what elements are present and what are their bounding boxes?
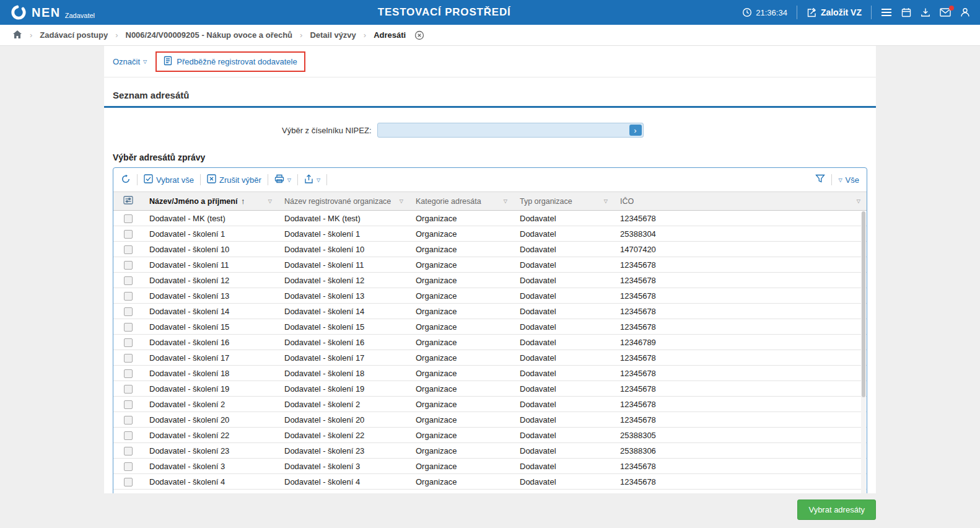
cell-name: Dodavatel - školení 12 xyxy=(143,273,278,288)
cell-type: Dodavatel xyxy=(514,443,614,459)
breadcrumb-item-procurement[interactable]: N006/24/V00009205 - Nákup ovoce a ořechů xyxy=(126,30,293,40)
cell-organization: Dodavatel - školení 12 xyxy=(278,273,409,288)
header-settings-cell xyxy=(113,192,143,211)
cell-category: Organizace xyxy=(409,335,514,350)
action-bar: Označit ▽ Předběžně registrovat dodavate… xyxy=(104,46,876,77)
row-checkbox[interactable] xyxy=(124,338,133,347)
column-settings-icon[interactable] xyxy=(123,198,133,206)
cell-category: Organizace xyxy=(409,428,514,443)
column-filter-icon[interactable]: ▽ xyxy=(857,198,860,204)
table-row: Dodavatel - školení 23 Dodavatel - škole… xyxy=(113,443,867,459)
row-checkbox[interactable] xyxy=(124,385,133,394)
cell-type: Dodavatel xyxy=(514,211,614,226)
nipez-input[interactable] xyxy=(378,123,643,137)
messages-button[interactable] xyxy=(940,8,951,17)
row-checkbox[interactable] xyxy=(124,214,133,223)
calendar-button[interactable] xyxy=(901,7,911,17)
cell-type: Dodavatel xyxy=(514,335,614,350)
cell-ico: 14707420 xyxy=(614,242,867,257)
environment-title: TESTOVACÍ PROSTŘEDÍ xyxy=(146,6,742,19)
row-checkbox[interactable] xyxy=(124,447,133,455)
row-checkbox[interactable] xyxy=(124,323,133,332)
print-button[interactable]: ▽ xyxy=(274,174,291,185)
app-logo[interactable]: NEN Zadavatel xyxy=(10,4,146,21)
select-all-button[interactable]: Vybrat vše xyxy=(144,174,194,185)
download-button[interactable] xyxy=(921,7,930,17)
chevron-down-icon: ▽ xyxy=(317,177,320,183)
menu-button[interactable] xyxy=(881,8,892,17)
home-icon[interactable] xyxy=(12,30,22,41)
row-checkbox[interactable] xyxy=(124,462,133,471)
chevron-down-icon: ▽ xyxy=(287,177,291,183)
cell-type: Dodavatel xyxy=(514,412,614,428)
cell-name: Dodavatel - školení 19 xyxy=(143,381,278,397)
section-header: Seznam adresátů xyxy=(104,77,876,108)
cell-category: Organizace xyxy=(409,273,514,288)
select-recipients-button[interactable]: Vybrat adresáty xyxy=(797,499,876,520)
mark-dropdown[interactable]: Označit ▽ xyxy=(113,57,147,66)
refresh-button[interactable] xyxy=(121,174,131,186)
column-filter-icon[interactable]: ▽ xyxy=(400,198,403,204)
topbar-controls: 21:36:34 Založit VZ xyxy=(742,6,970,19)
breadcrumb-item-detail-vyzvy[interactable]: Detail výzvy xyxy=(310,30,356,40)
cell-name: Dodavatel - školení 11 xyxy=(143,257,278,273)
table-scrollbar[interactable] xyxy=(861,211,866,493)
row-checkbox[interactable] xyxy=(124,400,133,409)
cell-type: Dodavatel xyxy=(514,257,614,273)
column-filter-icon[interactable]: ▽ xyxy=(504,198,507,204)
table-header-row: Název/Jméno a příjmení ↑ ▽ Název registr… xyxy=(113,192,867,211)
column-filter-icon[interactable]: ▽ xyxy=(268,198,272,204)
toolbar-divider xyxy=(268,174,268,185)
view-filter-dropdown[interactable]: ▽ Vše xyxy=(838,175,859,185)
column-header-organization[interactable]: Název registrované organizace ▽ xyxy=(278,192,409,211)
column-header-name[interactable]: Název/Jméno a příjmení ↑ ▽ xyxy=(143,192,278,211)
row-checkbox[interactable] xyxy=(124,369,133,378)
select-all-label: Vybrat vše xyxy=(156,175,194,185)
scrollbar-thumb[interactable] xyxy=(862,211,865,397)
row-checkbox[interactable] xyxy=(124,416,133,425)
column-filter-icon[interactable]: ▽ xyxy=(604,198,608,204)
table-row: Dodavatel - školení 16 Dodavatel - škole… xyxy=(113,335,867,350)
row-checkbox[interactable] xyxy=(124,478,133,486)
page-title: Seznam adresátů xyxy=(113,90,867,100)
breadcrumb-item-zadavaci-postupy[interactable]: Zadávací postupy xyxy=(40,30,108,40)
cell-organization: Dodavatel - školení 19 xyxy=(278,381,409,397)
table-row: Dodavatel - školení 1 Dodavatel - školen… xyxy=(113,226,867,242)
cell-organization: Dodavatel - školení 11 xyxy=(278,257,409,273)
refresh-icon xyxy=(121,174,131,186)
filter-button[interactable] xyxy=(815,174,825,185)
column-header-type[interactable]: Typ organizace ▽ xyxy=(514,192,614,211)
cell-ico: 12345678 xyxy=(614,288,867,304)
row-checkbox[interactable] xyxy=(124,245,133,254)
cell-type: Dodavatel xyxy=(514,273,614,288)
create-vz-button[interactable]: Založit VZ xyxy=(807,7,862,18)
preregister-label: Předběžně registrovat dodavatele xyxy=(177,57,297,66)
row-checkbox[interactable] xyxy=(124,276,133,285)
row-checkbox[interactable] xyxy=(124,292,133,301)
breadcrumb-item-adresati[interactable]: Adresáti xyxy=(374,30,406,40)
cell-ico: 25388305 xyxy=(614,428,867,443)
table-body: Dodavatel - MK (test) Dodavatel - MK (te… xyxy=(113,211,867,490)
cell-organization: Dodavatel - školení 23 xyxy=(278,443,409,459)
export-button[interactable]: ▽ xyxy=(304,174,320,186)
row-checkbox[interactable] xyxy=(124,230,133,239)
profile-button[interactable] xyxy=(960,7,970,17)
cell-ico: 12345678 xyxy=(614,397,867,412)
column-header-ico[interactable]: IČO ▽ xyxy=(614,192,867,211)
nipez-open-icon[interactable]: › xyxy=(629,125,642,136)
close-tab-icon[interactable] xyxy=(414,30,424,40)
preregister-supplier-button[interactable]: Předběžně registrovat dodavatele xyxy=(155,51,305,72)
download-icon xyxy=(921,7,930,17)
row-checkbox[interactable] xyxy=(124,431,133,440)
row-checkbox[interactable] xyxy=(124,307,133,316)
cell-type: Dodavatel xyxy=(514,474,614,490)
clear-selection-label: Zrušit výběr xyxy=(219,175,261,185)
row-checkbox[interactable] xyxy=(124,261,133,270)
cell-ico: 12345678 xyxy=(614,211,867,226)
column-header-category[interactable]: Kategorie adresáta ▽ xyxy=(409,192,514,211)
cell-name: Dodavatel - školení 23 xyxy=(143,443,278,459)
cell-name: Dodavatel - školení 10 xyxy=(143,242,278,257)
clear-selection-button[interactable]: Zrušit výběr xyxy=(207,174,261,185)
row-checkbox[interactable] xyxy=(124,354,133,363)
table-row: Dodavatel - školení 10 Dodavatel - škole… xyxy=(113,242,867,257)
